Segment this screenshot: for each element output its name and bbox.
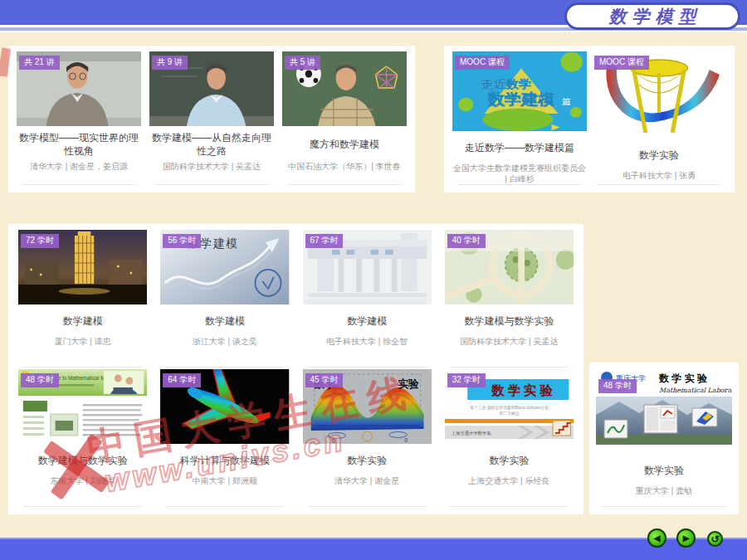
course-card[interactable]: 72 学时 数学建模 厦门大学 | 谭忠 — [18, 230, 147, 369]
course-title: 科学计算与数学建模 — [160, 450, 289, 473]
prev-button[interactable]: ◀ — [647, 528, 666, 548]
course-card[interactable]: Welcome to Mathematical Models — [18, 369, 147, 509]
course-provider: 厦门大学 | 谭忠 — [18, 336, 147, 347]
panel-side-single: 重庆大学 数 学 实 验 Mathematical Laboratory — [589, 363, 739, 514]
hours-badge: 48 学时 — [598, 379, 637, 393]
return-icon: ↺ — [710, 533, 719, 545]
thumb-text: 上海交通大学数学系 — [452, 431, 492, 436]
course-title: 数学实验 — [592, 144, 726, 168]
return-button[interactable]: ↺ — [707, 531, 723, 547]
axis-label: 0 — [404, 437, 408, 443]
course-card[interactable]: 走近数学 数学建模 篇 MOOC 课程 走近数学——数学建模篇 全国大学生数学建… — [452, 51, 587, 187]
course-card[interactable]: 数学建模 56 学时 数学建模 浙江大学 | 谈之奕 — [160, 230, 289, 369]
top-bar-stripe — [0, 31, 747, 32]
course-title: 数学建模 — [303, 310, 432, 334]
thumb-text: 走近数学 — [480, 78, 531, 90]
divider — [450, 506, 569, 507]
hours-badge: 72 学时 — [21, 234, 59, 248]
course-thumbnail: Welcome to Mathematical Models — [18, 369, 147, 444]
course-thumbnail: 数学实验 第十三讲 期权定价问题和Black-Scholes方程 和二叉树法 上… — [445, 369, 574, 444]
course-thumbnail: 64 学时 — [160, 369, 289, 444]
divider — [23, 506, 142, 507]
course-provider: 清华大学 | 谢金星 — [303, 475, 432, 486]
course-title: 数学建模 — [18, 310, 147, 334]
course-card[interactable]: 重庆大学 数 学 实 验 Mathematical Laboratory — [596, 368, 732, 509]
course-card[interactable]: MOOC 课程 数学实验 电子科技大学 | 张勇 — [592, 51, 726, 187]
hours-badge: 32 学时 — [447, 373, 486, 387]
course-card[interactable]: 数学 实验 0 0 45 学时 数学实验 清华大学 | 谢金星 — [303, 369, 432, 509]
course-provider: 国防科学技术大学 | 吴孟达 — [149, 161, 274, 172]
course-card[interactable]: 67 学时 数学建模 电子科技大学 | 徐全智 — [303, 230, 432, 369]
lecture-count-badge: 共 5 讲 — [285, 56, 320, 70]
course-provider: 中南大学 | 郑洲顺 — [160, 475, 289, 486]
divider — [287, 184, 402, 185]
course-title: 魔方和数学建模 — [282, 132, 407, 158]
course-card[interactable]: 共 9 讲 数学建模——从自然走向理性之路 国防科学技术大学 | 吴孟达 — [149, 51, 274, 187]
hours-badge: 48 学时 — [21, 373, 59, 387]
thumb-text: 数学实验 — [491, 382, 556, 398]
course-thumbnail: 72 学时 — [18, 230, 147, 304]
prev-icon: ◀ — [654, 533, 661, 543]
course-provider: 清华大学 | 谢金星，姜启源 — [17, 161, 141, 172]
course-title: 数学建模与数学实验 — [18, 450, 147, 473]
course-provider: 国防科学技术大学 | 吴孟达 — [445, 336, 574, 347]
course-card[interactable]: 64 学时 科学计算与数学建模 中南大学 | 郑洲顺 — [160, 369, 289, 509]
course-provider: 上海交通大学 | 乐经良 — [445, 475, 574, 486]
course-thumbnail: 67 学时 — [303, 230, 432, 304]
course-title: 数学建模——从自然走向理性之路 — [149, 132, 274, 158]
page-title-pill: 数学模型 — [564, 2, 740, 30]
divider — [457, 184, 581, 185]
course-title: 数学实验 — [596, 460, 732, 483]
divider — [22, 184, 136, 185]
course-title: 数学建模 — [160, 310, 289, 334]
hours-badge: 40 学时 — [447, 234, 486, 248]
thumb-text: 和二叉树法 — [499, 411, 519, 416]
course-card[interactable]: 数学实验 第十三讲 期权定价问题和Black-Scholes方程 和二叉树法 上… — [445, 369, 574, 509]
course-provider: 全国大学生数学建模竞赛组织委员会 | 白峰杉 — [452, 163, 587, 184]
course-card[interactable]: 共 5 讲 魔方和数学建模 中国石油大学（华东）| 李世春 — [282, 51, 407, 187]
course-provider: 中国石油大学（华东）| 李世春 — [282, 161, 407, 172]
course-card[interactable]: 共 21 讲 数学模型——现实世界的理性视角 清华大学 | 谢金星，姜启源 — [17, 51, 141, 187]
hours-badge: 56 学时 — [163, 234, 201, 248]
thumb-text: Mathematical Laboratory — [659, 387, 732, 394]
course-thumbnail: 走近数学 数学建模 篇 MOOC 课程 — [452, 51, 587, 131]
thumb-text: 实验 — [398, 377, 418, 390]
thumb-text: 数学建模 — [486, 91, 555, 108]
mooc-badge: MOOC 课程 — [594, 56, 649, 70]
course-title: 数学建模与数学实验 — [445, 310, 574, 334]
panel-row1-left: 共 21 讲 数学模型——现实世界的理性视角 清华大学 | 谢金星，姜启源 共 … — [8, 46, 415, 192]
course-thumbnail: 数学 实验 0 0 45 学时 — [303, 369, 432, 444]
hours-badge: 67 学时 — [305, 234, 344, 248]
panel-row1-right: 走近数学 数学建模 篇 MOOC 课程 走近数学——数学建模篇 全国大学生数学建… — [444, 46, 735, 192]
hours-badge: 45 学时 — [305, 373, 344, 387]
divider — [450, 367, 569, 368]
page-title: 数学模型 — [603, 5, 702, 28]
thumb-text: 数 学 实 验 — [658, 373, 708, 384]
course-provider: 东南大学 | 刘继军 — [18, 475, 147, 486]
divider — [165, 506, 284, 507]
course-thumbnail: 数学建模 56 学时 — [160, 230, 289, 304]
course-card[interactable]: 40 学时 数学建模与数学实验 国防科学技术大学 | 吴孟达 — [445, 230, 574, 369]
course-title: 数学模型——现实世界的理性视角 — [17, 132, 141, 158]
divider — [308, 367, 427, 368]
divider — [154, 184, 269, 185]
course-title: 走近数学——数学建模篇 — [452, 137, 587, 160]
lecture-count-badge: 共 21 讲 — [19, 56, 60, 70]
hours-badge: 64 学时 — [163, 373, 201, 387]
bottom-bar — [0, 538, 747, 560]
course-provider: 浙江大学 | 谈之奕 — [160, 336, 289, 347]
divider — [602, 506, 727, 507]
next-button[interactable]: ▶ — [676, 528, 696, 548]
lecture-count-badge: 共 9 讲 — [152, 56, 188, 70]
course-provider: 重庆大学 | 龚劬 — [596, 485, 732, 496]
course-thumbnail: MOOC 课程 — [592, 51, 726, 139]
course-title: 数学实验 — [303, 450, 432, 473]
course-thumbnail: 重庆大学 数 学 实 验 Mathematical Laboratory — [596, 368, 732, 454]
course-provider: 电子科技大学 | 徐全智 — [303, 336, 432, 347]
divider — [308, 506, 427, 507]
thumb-text: 篇 — [562, 97, 572, 106]
course-thumbnail: 共 21 讲 — [17, 51, 141, 126]
course-title: 数学实验 — [445, 450, 574, 473]
course-thumbnail: 共 5 讲 — [282, 51, 407, 126]
next-icon: ▶ — [683, 533, 690, 543]
